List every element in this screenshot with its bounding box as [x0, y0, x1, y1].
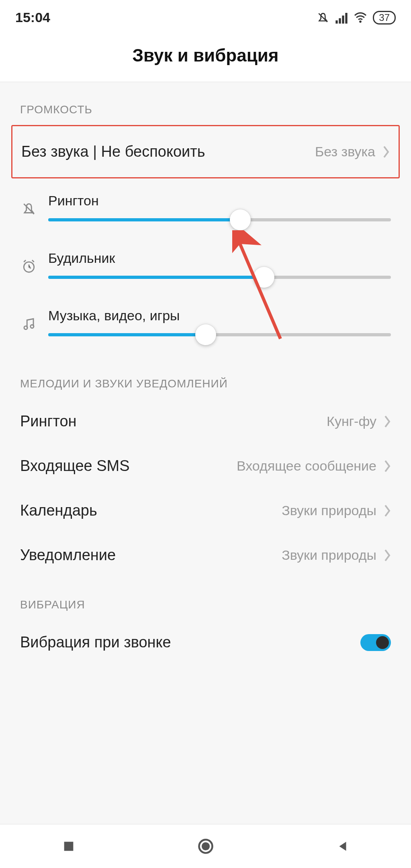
notification-row-value: Звуки природы: [282, 547, 376, 563]
ringtone-slider[interactable]: [48, 218, 391, 221]
highlight-annotation: Без звука | Не беспокоить Без звука: [11, 125, 400, 178]
svg-point-4: [359, 20, 362, 23]
status-time: 15:04: [15, 10, 50, 25]
alarm-slider-label: Будильник: [48, 250, 391, 266]
status-icons: 37: [317, 11, 396, 25]
chevron-right-icon: [384, 460, 391, 472]
media-slider-thumb[interactable]: [195, 324, 216, 345]
content-area: ГРОМКОСТЬ Без звука | Не беспокоить Без …: [0, 82, 411, 842]
page-title: Звук и вибрация: [0, 45, 411, 66]
ringtone-row-label: Рингтон: [20, 413, 77, 430]
media-slider[interactable]: [48, 333, 391, 336]
alarm-clock-icon: [21, 259, 37, 276]
ringtone-slider-thumb[interactable]: [230, 209, 251, 230]
status-bar: 15:04 37: [0, 0, 411, 29]
recent-apps-button[interactable]: [59, 836, 79, 856]
silent-dnd-label: Без звука | Не беспокоить: [21, 143, 205, 160]
chevron-right-icon: [384, 416, 391, 428]
alarm-slider-thumb[interactable]: [254, 267, 274, 288]
svg-point-6: [24, 326, 27, 329]
vibrate-on-call-row[interactable]: Вибрация при звонке: [0, 620, 411, 665]
section-label-volume: ГРОМКОСТЬ: [0, 82, 411, 125]
ringtone-slider-label: Рингтон: [48, 193, 391, 209]
svg-rect-0: [336, 20, 338, 23]
svg-rect-1: [339, 18, 341, 23]
sms-row[interactable]: Входящее SMS Входящее сообщение: [0, 444, 411, 488]
ringtone-row[interactable]: Рингтон Кунг-фу: [0, 399, 411, 444]
alarm-slider[interactable]: [48, 276, 391, 279]
battery-indicator: 37: [373, 11, 396, 25]
vibrate-on-call-label: Вибрация при звонке: [20, 634, 171, 651]
media-slider-label: Музыка, видео, игры: [48, 308, 391, 323]
calendar-row-label: Календарь: [20, 502, 97, 519]
mute-icon: [317, 11, 329, 24]
media-slider-fill: [48, 333, 206, 336]
sms-row-value: Входящее сообщение: [237, 458, 376, 474]
silent-dnd-value: Без звука: [315, 144, 375, 160]
svg-point-7: [31, 325, 34, 328]
section-label-vibration: ВИБРАЦИЯ: [0, 577, 411, 620]
home-button[interactable]: [196, 836, 216, 856]
alarm-slider-fill: [48, 276, 264, 279]
bell-off-icon: [21, 201, 37, 218]
ringtone-slider-fill: [48, 218, 240, 221]
calendar-row-value: Звуки природы: [282, 503, 376, 518]
notification-row-label: Уведомление: [20, 547, 116, 564]
notification-row[interactable]: Уведомление Звуки природы: [0, 533, 411, 577]
chevron-right-icon: [382, 146, 390, 158]
music-note-icon: [21, 316, 37, 333]
media-volume-block: Музыка, видео, игры: [0, 287, 411, 356]
alarm-volume-block: Будильник: [0, 229, 411, 287]
back-button[interactable]: [333, 836, 353, 856]
signal-icon: [335, 12, 348, 24]
wifi-icon: [354, 12, 367, 23]
sms-row-label: Входящее SMS: [20, 457, 130, 475]
svg-rect-9: [64, 842, 73, 851]
ringtone-volume-block: Рингтон: [0, 178, 411, 229]
vibrate-on-call-toggle[interactable]: [360, 634, 391, 651]
svg-rect-3: [346, 13, 348, 24]
section-label-ringtones: МЕЛОДИИ И ЗВУКИ УВЕДОМЛЕНИЙ: [0, 356, 411, 399]
svg-point-11: [201, 842, 209, 850]
calendar-row[interactable]: Календарь Звуки природы: [0, 488, 411, 533]
chevron-right-icon: [384, 505, 391, 517]
silent-dnd-row[interactable]: Без звука | Не беспокоить Без звука: [12, 126, 399, 177]
page-header: Звук и вибрация: [0, 29, 411, 82]
ringtone-row-value: Кунг-фу: [327, 414, 376, 429]
toggle-knob: [376, 636, 389, 649]
system-nav-bar: [0, 824, 411, 868]
svg-rect-2: [342, 15, 344, 23]
chevron-right-icon: [384, 549, 391, 561]
